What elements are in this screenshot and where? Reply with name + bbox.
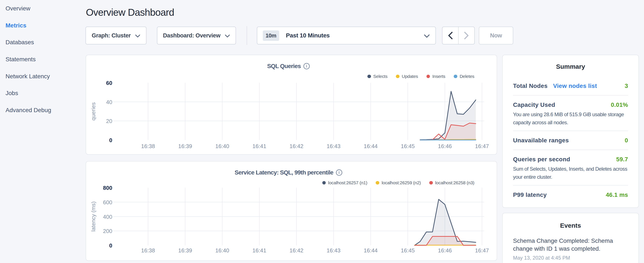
x-tick-label: 16:40 bbox=[216, 143, 229, 149]
time-range-dropdown[interactable]: 10m Past 10 Minutes bbox=[257, 27, 436, 45]
summary-row-label: Total Nodes bbox=[513, 83, 548, 89]
x-tick-label: 16:40 bbox=[216, 247, 229, 254]
chevron-left-icon bbox=[448, 32, 453, 39]
x-tick-label: 16:43 bbox=[326, 143, 340, 149]
event-item[interactable]: Schema Change Completed: Schema change w… bbox=[513, 237, 628, 261]
chevron-stroke bbox=[449, 32, 452, 39]
view-nodes-list-link[interactable]: View nodes list bbox=[553, 83, 597, 89]
y-tick-label: 200 bbox=[103, 228, 112, 234]
dashboard-dropdown[interactable]: Dashboard: Overview bbox=[157, 27, 236, 45]
time-range-arrows bbox=[442, 27, 475, 45]
prev-range-button[interactable] bbox=[442, 27, 458, 44]
x-tick-label: 16:39 bbox=[178, 143, 192, 149]
x-tick-label: 16:45 bbox=[401, 143, 414, 149]
y-tick-label: 400 bbox=[103, 214, 112, 220]
y-tick-label: 600 bbox=[103, 199, 112, 205]
x-tick-label: 16:38 bbox=[141, 247, 155, 254]
summary-row-queries-per-second: Queries per second 59.7 Sum of Selects, … bbox=[513, 150, 628, 185]
sidebar-item-advanced-debug[interactable]: Advanced Debug bbox=[6, 102, 78, 119]
y-tick-label: 0 bbox=[109, 137, 112, 143]
x-tick-label: 16:42 bbox=[290, 143, 304, 149]
summary-row-header: Unavailable ranges 0 bbox=[513, 137, 628, 144]
sidebar-item-metrics[interactable]: Metrics bbox=[6, 17, 78, 34]
summary-row-value: 46.1 ms bbox=[606, 191, 628, 198]
x-tick-label: 16:46 bbox=[438, 247, 452, 254]
summary-row-label: Unavailable ranges bbox=[513, 137, 569, 144]
time-range-label: Past 10 Minutes bbox=[286, 32, 330, 39]
events-panel-title: Events bbox=[513, 222, 628, 229]
graph-scope-dropdown[interactable]: Graph: Cluster bbox=[86, 27, 146, 45]
toolbar-separator bbox=[247, 26, 247, 45]
summary-row-value: 0 bbox=[625, 137, 628, 144]
summary-row-header: Total Nodes View nodes list 3 bbox=[513, 83, 628, 89]
y-tick-label: 40 bbox=[106, 99, 112, 105]
events-list: Schema Change Completed: Schema change w… bbox=[513, 237, 628, 261]
sidebar-item-network-latency[interactable]: Network Latency bbox=[6, 68, 78, 85]
chevron-right-icon bbox=[464, 32, 469, 39]
x-tick-label: 16:47 bbox=[475, 143, 489, 149]
graph-scope-dropdown-label: Graph: Cluster bbox=[92, 32, 130, 39]
next-range-button[interactable] bbox=[458, 27, 474, 44]
y-tick-label: 60 bbox=[106, 80, 112, 86]
summary-row-header: Capacity Used 0.01% bbox=[513, 102, 628, 108]
summary-row-value: 59.7 bbox=[616, 156, 628, 163]
summary-row-header: Queries per second 59.7 bbox=[513, 156, 628, 163]
chevron-stroke bbox=[136, 35, 140, 37]
x-tick-label: 16:39 bbox=[178, 247, 192, 254]
summary-row-unavailable-ranges: Unavailable ranges 0 bbox=[513, 131, 628, 150]
x-tick-label: 16:46 bbox=[438, 143, 452, 149]
summary-row-description: Sum of Selects, Updates, Inserts, and De… bbox=[513, 165, 628, 181]
x-tick-label: 16:41 bbox=[252, 143, 266, 149]
sidebar-item-statements[interactable]: Statements bbox=[6, 51, 78, 68]
summary-row-label: Queries per second bbox=[513, 156, 570, 163]
chevron-stroke bbox=[465, 32, 468, 39]
sidebar: OverviewMetricsDatabasesStatementsNetwor… bbox=[6, 0, 78, 119]
x-tick-label: 16:44 bbox=[364, 247, 378, 254]
chart-plot: 16:3816:3916:4016:4116:4216:4316:4416:45… bbox=[86, 55, 497, 154]
chart-plot: 16:3816:3916:4016:4116:4216:4316:4416:45… bbox=[86, 161, 497, 260]
now-button[interactable]: Now bbox=[479, 27, 513, 45]
summary-row-value: 0.01% bbox=[611, 102, 628, 108]
sidebar-item-overview[interactable]: Overview bbox=[6, 0, 78, 17]
summary-row-capacity-used: Capacity Used 0.01% You are using 28.6 M… bbox=[513, 96, 628, 131]
sidebar-item-databases[interactable]: Databases bbox=[6, 34, 78, 51]
sidebar-item-jobs[interactable]: Jobs bbox=[6, 85, 78, 102]
x-tick-label: 16:38 bbox=[141, 143, 155, 149]
y-axis-label: queries bbox=[90, 102, 96, 120]
events-panel: Events Schema Change Completed: Schema c… bbox=[502, 213, 639, 263]
y-tick-label: 800 bbox=[103, 185, 112, 191]
chevron-stroke bbox=[424, 35, 429, 37]
y-axis-label: latency (ms) bbox=[90, 201, 96, 232]
summary-panel-title: Summary bbox=[513, 63, 628, 70]
summary-row-description: You are using 28.6 MiB of 515.9 GiB usab… bbox=[513, 110, 628, 127]
x-tick-label: 16:45 bbox=[401, 247, 414, 254]
summary-rows: Total Nodes View nodes list 3 Capacity U… bbox=[513, 77, 628, 204]
summary-row-p99-latency: P99 latency 46.1 ms bbox=[513, 185, 628, 204]
now-button-label: Now bbox=[490, 32, 502, 39]
x-tick-label: 16:44 bbox=[364, 143, 378, 149]
chevron-down-icon bbox=[424, 34, 430, 38]
summary-row-value: 3 bbox=[625, 83, 628, 89]
x-tick-label: 16:47 bbox=[475, 247, 489, 254]
summary-row-label: Capacity Used bbox=[513, 102, 555, 108]
summary-row-header: P99 latency 46.1 ms bbox=[513, 191, 628, 198]
chevron-stroke bbox=[225, 35, 230, 37]
chevron-down-icon bbox=[225, 35, 230, 38]
event-message: Schema Change Completed: Schema change w… bbox=[513, 237, 628, 252]
time-range-badge: 10m bbox=[263, 31, 279, 41]
y-tick-label: 0 bbox=[109, 242, 112, 249]
summary-panel: Summary Total Nodes View nodes list 3 Ca… bbox=[502, 55, 639, 208]
summary-row-total-nodes: Total Nodes View nodes list 3 bbox=[513, 77, 628, 96]
event-timestamp: May 13, 2020 at 4:45 PM bbox=[513, 255, 628, 261]
x-tick-label: 16:43 bbox=[326, 247, 340, 254]
chart-card: Service Latency: SQL, 99th percentile i … bbox=[86, 161, 497, 261]
summary-row-label: P99 latency bbox=[513, 191, 547, 198]
chart-card: SQL Queries i Selects Updates Inserts De… bbox=[86, 55, 497, 155]
y-tick-label: 20 bbox=[106, 118, 112, 124]
dashboard-dropdown-label: Dashboard: Overview bbox=[163, 32, 220, 39]
chevron-down-icon bbox=[135, 35, 140, 38]
x-tick-label: 16:42 bbox=[290, 247, 304, 254]
x-tick-label: 16:41 bbox=[252, 247, 266, 254]
page-title: Overview Dashboard bbox=[86, 7, 174, 18]
